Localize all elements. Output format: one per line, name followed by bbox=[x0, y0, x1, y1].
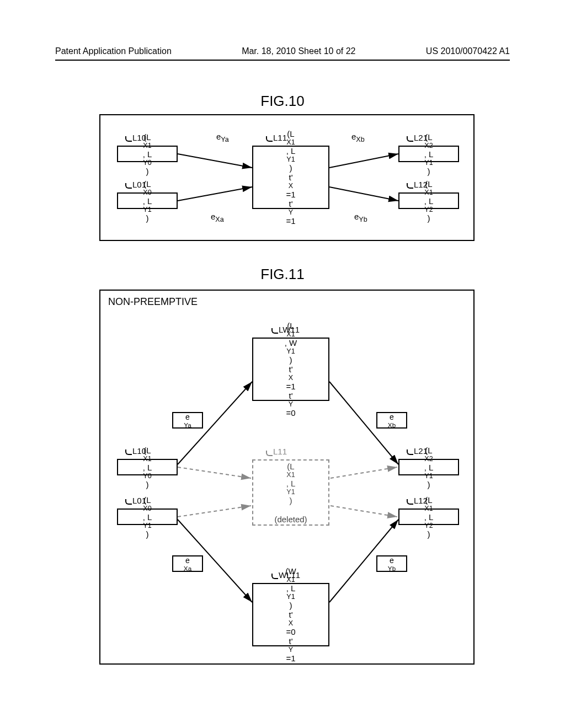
tick-icon bbox=[125, 449, 132, 455]
node-L10-id: L10 bbox=[132, 446, 146, 456]
svg-line-2 bbox=[329, 154, 398, 168]
node-L21: (LX2, LY1) bbox=[398, 146, 459, 162]
edge-label-eYa: eYa bbox=[216, 132, 229, 143]
tick-icon bbox=[266, 136, 273, 142]
svg-line-0 bbox=[178, 154, 252, 168]
tick-icon bbox=[271, 328, 278, 334]
svg-line-1 bbox=[178, 187, 252, 201]
tick-icon bbox=[407, 449, 413, 455]
node-WL11: (WX1, LY1)t'X=0t'Y=1 bbox=[252, 583, 329, 646]
header-left: Patent Application Publication bbox=[55, 46, 172, 56]
node-LW11-id: LW11 bbox=[279, 325, 300, 334]
svg-line-8 bbox=[178, 467, 251, 478]
svg-line-10 bbox=[331, 467, 397, 478]
edge-box-eYb: eYb bbox=[376, 555, 407, 572]
node-L21-id: L21 bbox=[414, 133, 428, 142]
node-L01-id: L01 bbox=[132, 496, 146, 505]
svg-line-11 bbox=[331, 506, 397, 517]
node-L12-id: L12 bbox=[414, 180, 428, 189]
node-L21: (LX2, LY1) bbox=[398, 459, 459, 475]
svg-line-3 bbox=[329, 187, 398, 201]
fig11-title: FIG.11 bbox=[0, 266, 565, 283]
edge-box-eYa: eYa bbox=[172, 412, 203, 429]
fig10-frame: (LX1, LY0) L10 (LX0, LY1) L01 (LX1, LY1)… bbox=[99, 114, 475, 241]
node-L01: (LX0, LY1) bbox=[117, 192, 178, 209]
edge-label-eYb: eYb bbox=[354, 212, 367, 223]
tick-icon bbox=[407, 183, 413, 189]
node-L01: (LX0, LY1) bbox=[117, 508, 178, 525]
node-L01-id: L01 bbox=[132, 180, 146, 189]
tick-icon bbox=[125, 136, 132, 142]
node-L11-id: L11 bbox=[273, 133, 287, 142]
edge-box-eXa: eXa bbox=[172, 555, 203, 572]
tick-icon bbox=[125, 499, 132, 505]
edge-label-eXb: eXb bbox=[351, 132, 365, 143]
header-right: US 2010/0070422 A1 bbox=[426, 46, 510, 56]
node-L12-id: L12 bbox=[414, 496, 428, 505]
node-WL11-id: WL11 bbox=[279, 570, 300, 580]
node-L10-id: L10 bbox=[132, 133, 146, 142]
node-L10: (LX1, LY0) bbox=[117, 146, 178, 162]
node-L12: (LX1, LY2) bbox=[398, 508, 459, 525]
node-L21-id: L21 bbox=[414, 446, 428, 456]
fig10-title: FIG.10 bbox=[0, 93, 565, 110]
node-L11-id: L11 bbox=[273, 447, 287, 456]
tick-icon bbox=[271, 574, 278, 579]
node-L11: (LX1, LY1)t'X=1t'Y=1 bbox=[252, 146, 329, 209]
tick-icon bbox=[266, 451, 273, 456]
tick-icon bbox=[125, 183, 132, 189]
header-center: Mar. 18, 2010 Sheet 10 of 22 bbox=[242, 46, 355, 56]
node-L12: (LX1, LY2) bbox=[398, 192, 459, 209]
edge-label-eXa: eXa bbox=[211, 212, 224, 223]
non-preemptive-label: NON-PREEMPTIVE bbox=[108, 296, 198, 308]
fig11-frame: NON-PREEMPTIVE (LX1, WY1)t'X=1t'Y=0 LW11… bbox=[99, 290, 475, 665]
tick-icon bbox=[407, 136, 413, 142]
node-LW11: (LX1, WY1)t'X=1t'Y=0 bbox=[252, 338, 329, 401]
node-L11-deleted: (LX1, LY1)(deleted) bbox=[252, 459, 329, 526]
node-L10: (LX1, LY0) bbox=[117, 459, 178, 475]
tick-icon bbox=[407, 499, 413, 505]
svg-line-9 bbox=[178, 506, 251, 517]
page-header: Patent Application Publication Mar. 18, … bbox=[55, 46, 510, 61]
edge-box-eXb: eXb bbox=[376, 412, 407, 429]
